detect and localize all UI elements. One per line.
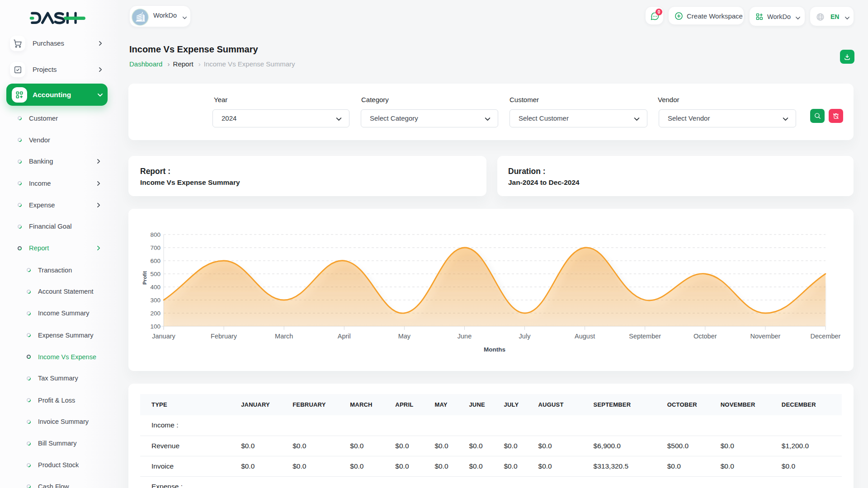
svg-text:May: May (398, 333, 411, 340)
svg-text:November: November (750, 333, 780, 340)
svg-text:June: June (458, 333, 472, 340)
svg-text:500: 500 (150, 271, 160, 277)
svg-text:September: September (629, 333, 661, 340)
svg-text:Months: Months (484, 346, 505, 353)
svg-text:October: October (693, 333, 717, 340)
svg-text:July: July (519, 333, 531, 340)
svg-text:April: April (338, 333, 351, 340)
svg-text:700: 700 (150, 244, 160, 251)
svg-text:February: February (211, 333, 237, 340)
svg-text:March: March (275, 333, 293, 340)
svg-text:Profit: Profit (142, 271, 147, 285)
svg-text:January: January (152, 333, 175, 340)
svg-text:600: 600 (150, 258, 160, 264)
svg-text:800: 800 (150, 231, 160, 238)
svg-text:300: 300 (150, 297, 160, 304)
svg-text:August: August (575, 333, 595, 340)
svg-text:400: 400 (150, 284, 160, 291)
svg-text:100: 100 (150, 323, 160, 330)
svg-text:200: 200 (150, 310, 160, 317)
svg-text:December: December (811, 333, 841, 340)
